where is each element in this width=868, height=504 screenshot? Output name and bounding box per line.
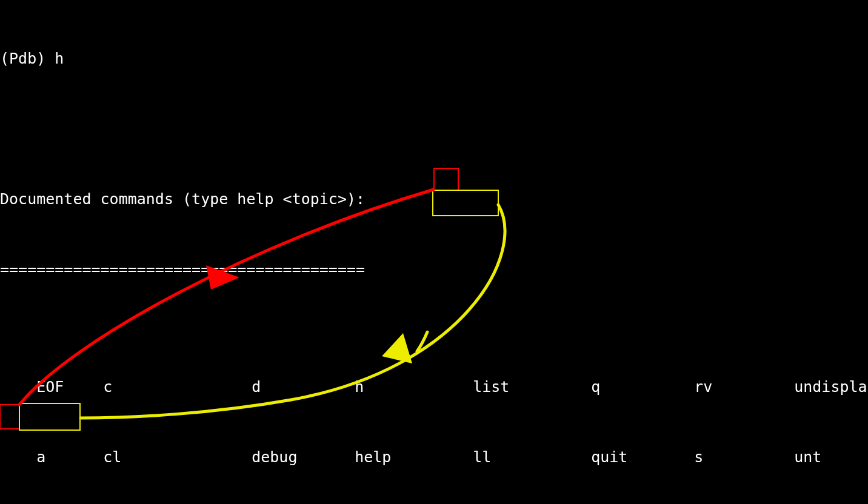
cmd-debug: debug <box>252 446 355 469</box>
terminal-output: (Pdb) h Documented commands (type help <… <box>0 0 868 504</box>
cmd-c: c <box>103 376 252 399</box>
separator-1: ======================================== <box>0 258 868 282</box>
cmd-eof: EOF <box>36 376 103 399</box>
cmd-a: a <box>36 446 103 469</box>
cmd-ll: ll <box>473 446 591 469</box>
cmd-list: list <box>473 376 591 399</box>
cmd-row-1: acldebughelpllquitsunt <box>0 423 868 446</box>
cmd-help: help <box>355 446 473 469</box>
cmd-cl: cl <box>103 446 252 469</box>
cmd-d: d <box>252 376 355 399</box>
pdb-prompt[interactable]: (Pdb) <box>0 50 55 67</box>
cmd-h: h <box>355 376 473 399</box>
command-h: h <box>55 50 64 67</box>
cmd-quit: quit <box>591 446 694 469</box>
cmd-undisplay: undisplay <box>794 376 868 399</box>
cmd-unt: unt <box>794 446 821 469</box>
cmd-s: s <box>694 446 794 469</box>
cmd-row-0: EOFcdhlistqrvundisplay <box>0 352 868 376</box>
cmd-rv: rv <box>694 376 794 399</box>
blank-line <box>0 118 868 141</box>
cmd-q: q <box>591 376 694 399</box>
documented-header: Documented commands (type help <topic>): <box>0 188 868 211</box>
cmd-row-2: aliascleardisableignorelonglistrsourceun… <box>0 493 868 504</box>
